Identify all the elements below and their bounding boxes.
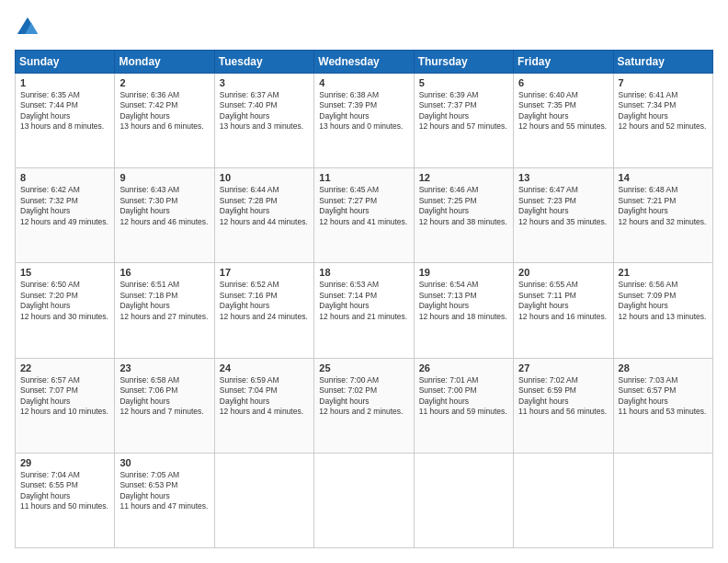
- calendar-cell: 15 Sunrise: 6:50 AM Sunset: 7:20 PM Dayl…: [16, 263, 115, 358]
- day-info: Sunrise: 6:40 AM Sunset: 7:35 PM Dayligh…: [518, 90, 608, 132]
- day-number: 11: [319, 172, 408, 183]
- day-info: Sunrise: 7:04 AM Sunset: 6:55 PM Dayligh…: [20, 470, 109, 512]
- day-info: Sunrise: 6:59 AM Sunset: 7:04 PM Dayligh…: [220, 375, 309, 418]
- day-number: 3: [220, 77, 309, 88]
- calendar-cell: 20 Sunrise: 6:55 AM Sunset: 7:11 PM Dayl…: [514, 263, 613, 358]
- day-info: Sunrise: 6:45 AM Sunset: 7:27 PM Dayligh…: [319, 185, 408, 227]
- day-number: 10: [220, 172, 309, 183]
- day-number: 30: [119, 457, 209, 468]
- day-info: Sunrise: 6:37 AM Sunset: 7:40 PM Dayligh…: [220, 90, 309, 132]
- day-info: Sunrise: 6:55 AM Sunset: 7:11 PM Dayligh…: [518, 280, 608, 322]
- logo: [15, 15, 44, 40]
- day-info: Sunrise: 6:36 AM Sunset: 7:42 PM Dayligh…: [119, 90, 209, 132]
- calendar-cell: 21 Sunrise: 6:56 AM Sunset: 7:09 PM Dayl…: [613, 263, 712, 358]
- calendar-cell: 25 Sunrise: 7:00 AM Sunset: 7:02 PM Dayl…: [314, 358, 414, 453]
- day-info: Sunrise: 6:42 AM Sunset: 7:32 PM Dayligh…: [20, 185, 109, 227]
- calendar-cell: 14 Sunrise: 6:48 AM Sunset: 7:21 PM Dayl…: [613, 168, 712, 263]
- calendar-cell: [514, 453, 613, 547]
- day-info: Sunrise: 6:57 AM Sunset: 7:07 PM Dayligh…: [20, 375, 109, 418]
- day-info: Sunrise: 6:39 AM Sunset: 7:37 PM Dayligh…: [419, 90, 508, 132]
- day-info: Sunrise: 7:02 AM Sunset: 6:59 PM Dayligh…: [518, 375, 608, 418]
- day-number: 2: [119, 77, 209, 88]
- week-row-5: 29 Sunrise: 7:04 AM Sunset: 6:55 PM Dayl…: [16, 453, 713, 547]
- calendar-cell: 16 Sunrise: 6:51 AM Sunset: 7:18 PM Dayl…: [115, 263, 214, 358]
- weekday-saturday: Saturday: [613, 51, 712, 74]
- day-number: 22: [20, 362, 109, 373]
- day-number: 5: [419, 77, 508, 88]
- calendar-cell: 12 Sunrise: 6:46 AM Sunset: 7:25 PM Dayl…: [414, 168, 513, 263]
- day-info: Sunrise: 6:58 AM Sunset: 7:06 PM Dayligh…: [119, 375, 209, 418]
- weekday-monday: Monday: [115, 51, 214, 74]
- calendar-cell: 29 Sunrise: 7:04 AM Sunset: 6:55 PM Dayl…: [16, 453, 115, 547]
- day-info: Sunrise: 6:43 AM Sunset: 7:30 PM Dayligh…: [119, 185, 209, 227]
- day-info: Sunrise: 6:46 AM Sunset: 7:25 PM Dayligh…: [419, 185, 508, 227]
- logo-icon: [15, 15, 40, 40]
- calendar-cell: 24 Sunrise: 6:59 AM Sunset: 7:04 PM Dayl…: [214, 358, 313, 453]
- day-number: 24: [220, 362, 309, 373]
- calendar-cell: 5 Sunrise: 6:39 AM Sunset: 7:37 PM Dayli…: [414, 74, 513, 168]
- calendar-cell: 3 Sunrise: 6:37 AM Sunset: 7:40 PM Dayli…: [214, 74, 313, 168]
- day-number: 21: [619, 267, 708, 278]
- weekday-sunday: Sunday: [16, 51, 115, 74]
- calendar-cell: 7 Sunrise: 6:41 AM Sunset: 7:34 PM Dayli…: [613, 74, 712, 168]
- day-info: Sunrise: 6:50 AM Sunset: 7:20 PM Dayligh…: [20, 280, 109, 322]
- day-number: 23: [119, 362, 209, 373]
- calendar-cell: 1 Sunrise: 6:35 AM Sunset: 7:44 PM Dayli…: [16, 74, 115, 168]
- page: SundayMondayTuesdayWednesdayThursdayFrid…: [0, 0, 728, 563]
- day-number: 18: [319, 267, 408, 278]
- day-info: Sunrise: 6:53 AM Sunset: 7:14 PM Dayligh…: [319, 280, 408, 322]
- day-number: 6: [518, 77, 608, 88]
- calendar-cell: 6 Sunrise: 6:40 AM Sunset: 7:35 PM Dayli…: [514, 74, 613, 168]
- day-info: Sunrise: 6:47 AM Sunset: 7:23 PM Dayligh…: [518, 185, 608, 227]
- calendar-cell: 27 Sunrise: 7:02 AM Sunset: 6:59 PM Dayl…: [514, 358, 613, 453]
- weekday-wednesday: Wednesday: [314, 51, 414, 74]
- header: [15, 15, 713, 40]
- day-number: 8: [20, 172, 109, 183]
- day-number: 7: [619, 77, 708, 88]
- calendar-cell: 11 Sunrise: 6:45 AM Sunset: 7:27 PM Dayl…: [314, 168, 414, 263]
- day-number: 29: [20, 457, 109, 468]
- day-info: Sunrise: 6:54 AM Sunset: 7:13 PM Dayligh…: [419, 280, 508, 322]
- week-row-3: 15 Sunrise: 6:50 AM Sunset: 7:20 PM Dayl…: [16, 263, 713, 358]
- day-number: 28: [619, 362, 708, 373]
- week-row-2: 8 Sunrise: 6:42 AM Sunset: 7:32 PM Dayli…: [16, 168, 713, 263]
- calendar-cell: 17 Sunrise: 6:52 AM Sunset: 7:16 PM Dayl…: [214, 263, 313, 358]
- calendar-table: SundayMondayTuesdayWednesdayThursdayFrid…: [15, 50, 713, 548]
- calendar-cell: 4 Sunrise: 6:38 AM Sunset: 7:39 PM Dayli…: [314, 74, 414, 168]
- day-number: 26: [419, 362, 508, 373]
- calendar-cell: 10 Sunrise: 6:44 AM Sunset: 7:28 PM Dayl…: [214, 168, 313, 263]
- calendar-cell: 19 Sunrise: 6:54 AM Sunset: 7:13 PM Dayl…: [414, 263, 513, 358]
- day-info: Sunrise: 6:38 AM Sunset: 7:39 PM Dayligh…: [319, 90, 408, 132]
- day-info: Sunrise: 6:35 AM Sunset: 7:44 PM Dayligh…: [20, 90, 109, 132]
- calendar-cell: [314, 453, 414, 547]
- calendar-cell: 23 Sunrise: 6:58 AM Sunset: 7:06 PM Dayl…: [115, 358, 214, 453]
- calendar-cell: [414, 453, 513, 547]
- calendar-cell: 28 Sunrise: 7:03 AM Sunset: 6:57 PM Dayl…: [613, 358, 712, 453]
- day-info: Sunrise: 7:05 AM Sunset: 6:53 PM Dayligh…: [119, 470, 209, 512]
- weekday-tuesday: Tuesday: [214, 51, 313, 74]
- day-number: 17: [220, 267, 309, 278]
- weekday-friday: Friday: [514, 51, 613, 74]
- day-info: Sunrise: 6:41 AM Sunset: 7:34 PM Dayligh…: [619, 90, 708, 132]
- calendar-cell: 9 Sunrise: 6:43 AM Sunset: 7:30 PM Dayli…: [115, 168, 214, 263]
- calendar-cell: 26 Sunrise: 7:01 AM Sunset: 7:00 PM Dayl…: [414, 358, 513, 453]
- day-number: 9: [119, 172, 209, 183]
- day-number: 4: [319, 77, 408, 88]
- calendar-cell: [613, 453, 712, 547]
- day-info: Sunrise: 6:44 AM Sunset: 7:28 PM Dayligh…: [220, 185, 309, 227]
- day-info: Sunrise: 7:00 AM Sunset: 7:02 PM Dayligh…: [319, 375, 408, 418]
- day-number: 1: [20, 77, 109, 88]
- calendar-cell: 22 Sunrise: 6:57 AM Sunset: 7:07 PM Dayl…: [16, 358, 115, 453]
- calendar-cell: 18 Sunrise: 6:53 AM Sunset: 7:14 PM Dayl…: [314, 263, 414, 358]
- calendar-cell: 2 Sunrise: 6:36 AM Sunset: 7:42 PM Dayli…: [115, 74, 214, 168]
- day-number: 14: [619, 172, 708, 183]
- day-number: 15: [20, 267, 109, 278]
- day-number: 13: [518, 172, 608, 183]
- day-number: 12: [419, 172, 508, 183]
- day-info: Sunrise: 7:01 AM Sunset: 7:00 PM Dayligh…: [419, 375, 508, 418]
- day-info: Sunrise: 6:48 AM Sunset: 7:21 PM Dayligh…: [619, 185, 708, 227]
- day-info: Sunrise: 6:52 AM Sunset: 7:16 PM Dayligh…: [220, 280, 309, 322]
- calendar-cell: 13 Sunrise: 6:47 AM Sunset: 7:23 PM Dayl…: [514, 168, 613, 263]
- day-info: Sunrise: 6:51 AM Sunset: 7:18 PM Dayligh…: [119, 280, 209, 322]
- day-number: 16: [119, 267, 209, 278]
